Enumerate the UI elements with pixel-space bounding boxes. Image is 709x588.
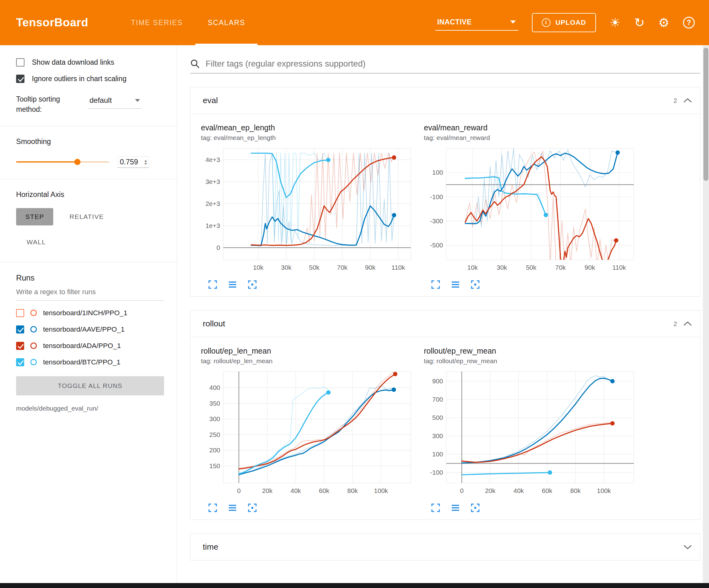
svg-text:80k: 80k — [347, 487, 358, 494]
chart-tag: tag: eval/mean_reward — [424, 134, 638, 142]
tab-time-series[interactable]: TIME SERIES — [119, 0, 195, 45]
sidebar-divider — [0, 179, 177, 179]
collapse-chevron-icon[interactable] — [683, 98, 692, 103]
settings-gear-icon[interactable]: ⚙ — [658, 17, 669, 29]
vertical-scrollbar[interactable] — [703, 45, 709, 588]
expand-chart-button[interactable] — [208, 503, 218, 513]
card-rollout: rollout 2 rollout/ep_len_mean tag: rollo… — [190, 310, 700, 520]
smoothing-label: Smoothing — [16, 137, 164, 146]
info-icon: i — [542, 18, 550, 27]
chart-options-button[interactable] — [450, 503, 461, 513]
svg-text:250: 250 — [209, 431, 220, 438]
svg-text:300: 300 — [432, 432, 443, 439]
ignore-outliers-checkbox[interactable] — [16, 75, 24, 83]
line-chart[interactable]: 100-100-300-50010k30k50k70k90k110k — [424, 145, 637, 274]
run-checkbox[interactable] — [16, 342, 24, 350]
svg-text:10k: 10k — [253, 264, 263, 271]
fit-domain-button[interactable] — [247, 503, 257, 513]
svg-text:-100: -100 — [430, 193, 443, 200]
expand-chart-button[interactable] — [431, 503, 441, 513]
run-checkbox[interactable] — [16, 358, 24, 366]
svg-text:50k: 50k — [526, 264, 536, 271]
fit-to-data-icon — [470, 280, 480, 289]
fit-domain-button[interactable] — [470, 280, 480, 289]
run-row-ada[interactable]: tensorboard/ADA/PPO_1 — [16, 342, 164, 350]
refresh-icon[interactable]: ↻ — [634, 17, 645, 29]
runs-filter-input[interactable] — [16, 284, 164, 301]
card-title: time — [203, 542, 218, 552]
run-label: tensorboard/1INCH/PPO_1 — [43, 309, 128, 317]
line-chart[interactable]: 01e+32e+33e+34e+310k30k50k70k90k110k — [201, 145, 415, 274]
card-time-header[interactable]: time — [190, 534, 700, 560]
sidebar-divider — [0, 262, 177, 262]
run-row-1inch[interactable]: tensorboard/1INCH/PPO_1 — [16, 309, 164, 317]
chart-options-button[interactable] — [228, 280, 237, 289]
axis-step-button[interactable]: STEP — [16, 208, 53, 225]
svg-text:0: 0 — [216, 244, 220, 251]
axis-wall-button[interactable]: WALL — [27, 233, 46, 251]
run-color-circle[interactable] — [30, 359, 37, 365]
slider-thumb[interactable] — [74, 159, 80, 165]
chart-tag: tag: rollout/ep_len_mean — [201, 357, 415, 365]
svg-text:4e+3: 4e+3 — [206, 156, 220, 163]
run-color-circle[interactable] — [30, 310, 37, 316]
upload-button[interactable]: i UPLOAD — [532, 13, 596, 32]
fit-to-data-icon — [247, 280, 257, 289]
smoothing-slider[interactable] — [16, 161, 109, 162]
chart-options-button[interactable] — [450, 280, 461, 289]
tooltip-sorting-select[interactable]: default — [88, 94, 142, 109]
svg-text:300: 300 — [209, 415, 220, 423]
run-label: tensorboard/BTC/PPO_1 — [43, 358, 121, 366]
svg-text:-300: -300 — [430, 218, 443, 225]
run-color-circle[interactable] — [30, 326, 37, 333]
bottom-edge-strip — [0, 583, 709, 588]
card-chart-count: 2 — [674, 320, 677, 328]
theme-toggle-icon[interactable]: ☀ — [610, 17, 621, 29]
card-rollout-header[interactable]: rollout 2 — [190, 311, 700, 337]
show-download-links-checkbox[interactable] — [16, 58, 24, 67]
scrollbar-thumb[interactable] — [703, 48, 708, 181]
help-icon[interactable]: ? — [683, 17, 695, 28]
status-dropdown[interactable]: INACTIVE — [435, 15, 518, 31]
run-row-btc[interactable]: tensorboard/BTC/PPO_1 — [16, 358, 164, 366]
expand-chart-button[interactable] — [431, 280, 441, 289]
run-label: tensorboard/AAVE/PPO_1 — [43, 326, 125, 333]
chart-rollout-ep-len-mean: rollout/ep_len_mean tag: rollout/ep_len_… — [201, 347, 415, 513]
smoothing-input[interactable] — [120, 158, 145, 166]
run-color-circle[interactable] — [30, 342, 37, 349]
chart-rollout-ep-rew-mean: rollout/ep_rew_mean tag: rollout/ep_rew_… — [424, 347, 638, 513]
svg-text:110k: 110k — [612, 264, 626, 271]
svg-text:-100: -100 — [430, 469, 443, 476]
fit-domain-button[interactable] — [247, 280, 257, 289]
expand-chevron-icon[interactable] — [683, 544, 692, 549]
run-row-aave[interactable]: tensorboard/AAVE/PPO_1 — [16, 326, 164, 333]
axis-relative-button[interactable]: RELATIVE — [69, 208, 104, 225]
svg-text:30k: 30k — [281, 264, 292, 271]
expand-chart-button[interactable] — [208, 280, 218, 289]
tab-scalars[interactable]: SCALARS — [195, 0, 258, 45]
svg-text:10k: 10k — [467, 264, 478, 271]
card-eval-header[interactable]: eval 2 — [190, 87, 700, 113]
svg-text:50k: 50k — [309, 264, 319, 271]
chart-options-button[interactable] — [228, 503, 237, 513]
svg-text:-500: -500 — [430, 241, 443, 249]
fit-to-data-icon — [470, 503, 480, 513]
run-checkbox[interactable] — [16, 326, 24, 333]
run-label: tensorboard/ADA/PPO_1 — [43, 342, 121, 350]
collapse-chevron-icon[interactable] — [683, 321, 692, 326]
chart-title: eval/mean_reward — [424, 123, 638, 132]
run-checkbox[interactable] — [16, 309, 24, 317]
fit-domain-button[interactable] — [470, 503, 480, 513]
spinner-arrows-icon[interactable]: ▴▾ — [145, 159, 147, 165]
line-chart[interactable]: 150200250300350400020k40k60k80k100k — [201, 368, 415, 497]
show-download-links-row[interactable]: Show data download links — [16, 58, 164, 67]
line-chart[interactable]: -100100300500700900020k40k60k80k100k — [424, 368, 637, 497]
ignore-outliers-row[interactable]: Ignore outliers in chart scaling — [16, 75, 164, 83]
toggle-all-runs-button[interactable]: TOGGLE ALL RUNS — [16, 376, 164, 395]
tag-filter-input[interactable] — [206, 59, 700, 69]
chart-title: rollout/ep_len_mean — [201, 347, 415, 355]
app-header: TensorBoard TIME SERIES SCALARS INACTIVE… — [0, 0, 709, 45]
chart-title: eval/mean_ep_length — [201, 123, 415, 132]
header-actions: INACTIVE i UPLOAD ☀ ↻ ⚙ ? — [435, 0, 695, 45]
search-icon — [190, 59, 200, 69]
